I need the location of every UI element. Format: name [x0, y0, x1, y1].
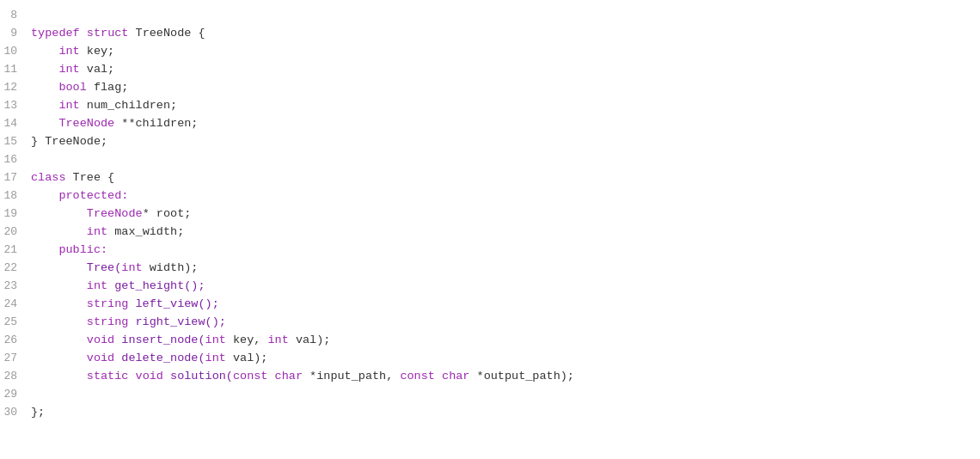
line-number: 21	[0, 242, 31, 259]
line-number: 24	[0, 296, 31, 313]
code-line: 23 int get_height();	[0, 278, 980, 296]
code-content: int num_children;	[31, 97, 177, 114]
code-content	[31, 7, 38, 24]
line-number: 14	[0, 115, 31, 132]
code-line: 17class Tree {	[0, 169, 980, 187]
code-line: 15} TreeNode;	[0, 133, 980, 151]
line-number: 25	[0, 314, 31, 331]
code-content: int key;	[31, 43, 114, 60]
code-content	[31, 386, 38, 403]
line-number: 27	[0, 350, 31, 367]
code-line: 24 string left_view();	[0, 296, 980, 314]
line-number: 19	[0, 205, 31, 223]
code-content: TreeNode **children;	[31, 115, 198, 132]
line-number: 15	[0, 133, 31, 150]
line-number: 16	[0, 151, 31, 168]
line-number: 26	[0, 332, 31, 349]
code-content: } TreeNode;	[31, 133, 107, 150]
code-content: string left_view();	[31, 296, 219, 313]
code-line: 8	[0, 7, 980, 25]
line-number: 13	[0, 97, 31, 114]
line-number: 30	[0, 404, 31, 421]
code-line: 27 void delete_node(int val);	[0, 350, 980, 368]
code-content	[31, 151, 38, 168]
code-content: int max_width;	[31, 223, 184, 241]
code-line: 28 static void solution(const char *inpu…	[0, 368, 980, 386]
code-content: protected:	[31, 187, 128, 205]
code-content: int get_height();	[31, 278, 205, 295]
code-line: 11 int val;	[0, 61, 980, 79]
line-number: 12	[0, 79, 31, 96]
code-line: 9typedef struct TreeNode {	[0, 25, 980, 43]
line-number: 8	[0, 7, 31, 24]
code-content: static void solution(const char *input_p…	[31, 368, 574, 385]
code-line: 18 protected:	[0, 187, 980, 205]
line-number: 28	[0, 368, 31, 385]
code-line: 14 TreeNode **children;	[0, 115, 980, 133]
code-line: 16	[0, 151, 980, 169]
line-number: 20	[0, 223, 31, 241]
code-line: 22 Tree(int width);	[0, 260, 980, 278]
line-number: 29	[0, 386, 31, 403]
line-number: 9	[0, 25, 31, 42]
line-number: 10	[0, 43, 31, 60]
code-content: string right_view();	[31, 314, 226, 331]
code-line: 12 bool flag;	[0, 79, 980, 97]
code-line: 10 int key;	[0, 43, 980, 61]
code-line: 26 void insert_node(int key, int val);	[0, 332, 980, 350]
code-line: 21 public:	[0, 242, 980, 260]
line-number: 17	[0, 169, 31, 187]
code-line: 20 int max_width;	[0, 223, 980, 242]
code-content: };	[31, 404, 45, 421]
code-content: int val;	[31, 61, 114, 78]
code-editor: 8 9typedef struct TreeNode {10 int key;1…	[0, 0, 980, 459]
code-content: public:	[31, 242, 107, 259]
line-number: 18	[0, 187, 31, 205]
code-line: 25 string right_view();	[0, 314, 980, 332]
line-number: 23	[0, 278, 31, 295]
code-content: Tree(int width);	[31, 260, 198, 277]
code-content: bool flag;	[31, 79, 128, 96]
code-content: typedef struct TreeNode {	[31, 25, 205, 42]
line-number: 11	[0, 61, 31, 78]
line-number: 22	[0, 260, 31, 277]
code-line: 19 TreeNode* root;	[0, 205, 980, 223]
code-line: 29	[0, 386, 980, 404]
code-line: 30};	[0, 404, 980, 422]
code-content: void insert_node(int key, int val);	[31, 332, 330, 349]
code-content: class Tree {	[31, 169, 114, 187]
code-content: TreeNode* root;	[31, 205, 191, 223]
code-line: 13 int num_children;	[0, 97, 980, 115]
code-content: void delete_node(int val);	[31, 350, 267, 367]
